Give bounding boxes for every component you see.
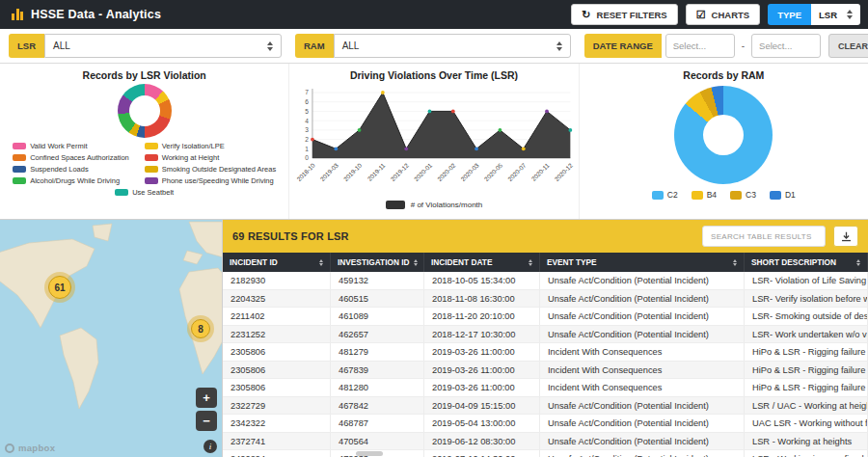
legend-label: Confined Spaces Authorization [30, 153, 129, 162]
ram-filter-group: RAM ALL [295, 34, 571, 58]
ram-filter-select[interactable]: ALL [334, 34, 571, 58]
legend-swatch [730, 191, 742, 200]
table-row[interactable]: 21829304591322018-10-05 15:34:00Unsafe A… [223, 272, 868, 290]
svg-text:1: 1 [306, 146, 310, 152]
charts-label: CHARTS [712, 10, 750, 20]
column-header[interactable]: INCIDENT DATE [424, 253, 540, 272]
horizontal-scrollbar[interactable] [356, 451, 383, 456]
table-row[interactable]: 23058064812792019-03-26 11:00:00Incident… [223, 343, 868, 362]
table-row[interactable]: 23058064678392019-03-26 11:00:00Incident… [223, 362, 868, 380]
table-cell: 481280 [331, 379, 424, 396]
table-cell: 2019-03-26 11:00:00 [424, 379, 540, 396]
svg-text:2018-10: 2018-10 [295, 161, 316, 182]
svg-text:2: 2 [306, 136, 310, 143]
table-row[interactable]: 23227294678422019-04-09 15:15:00Unsafe A… [223, 397, 868, 416]
column-header-label: EVENT TYPE [547, 257, 597, 267]
table-row[interactable]: 22043254605152018-11-08 16:30:00Unsafe A… [223, 290, 868, 309]
zoom-out-button[interactable]: − [196, 411, 217, 431]
reset-filters-button[interactable]: ↻ RESET FILTERS [571, 4, 677, 25]
table-row[interactable]: 23727414705642019-06-12 08:30:00Unsafe A… [223, 433, 868, 451]
legend-swatch [145, 166, 158, 173]
table-cell: HiPo & LSR - Rigging failure [745, 343, 868, 361]
column-header[interactable]: INCIDENT ID [223, 253, 331, 272]
type-select[interactable]: LSR [811, 4, 860, 25]
select-caret-icon [847, 10, 853, 19]
legend-swatch [13, 143, 26, 149]
area-chart-legend: # of Violations/month [289, 201, 578, 209]
svg-text:6: 6 [306, 98, 310, 105]
legend-label: Phone use/Speeding While Driving [162, 176, 274, 185]
column-header-label: INCIDENT DATE [431, 257, 492, 267]
column-header[interactable]: SHORT DESCRIPTION [745, 253, 868, 272]
svg-text:7: 7 [306, 89, 310, 95]
legend-item: C2 [652, 190, 678, 200]
legend-label: D1 [785, 190, 796, 200]
charts-button[interactable]: ☑ CHARTS [686, 4, 760, 25]
type-filter-group: TYPE LSR [768, 4, 860, 25]
column-header[interactable]: EVENT TYPE [540, 253, 745, 272]
map-marker[interactable]: 8 [191, 319, 210, 338]
sort-icon [319, 259, 323, 266]
svg-text:2020-03: 2020-03 [460, 161, 481, 182]
svg-text:2020-05: 2020-05 [483, 161, 504, 182]
select-caret-icon [556, 41, 562, 51]
legend-swatch [13, 154, 26, 161]
table-cell: HiPo & LSR - Rigging failure [745, 379, 868, 396]
table-row[interactable]: 22114024610892018-11-20 20:10:00Unsafe A… [223, 308, 868, 326]
svg-text:2020-02: 2020-02 [436, 161, 457, 182]
lsr-violation-legend: Valid Work PermitVerify Isolation/LPECon… [0, 142, 288, 197]
table-cell: 2400294 [223, 450, 331, 457]
table-cell: 470564 [331, 433, 424, 450]
legend-label: # of Violations/month [411, 201, 483, 209]
legend-label: Suspended Loads [30, 165, 88, 174]
table-cell: LSR / UAC - Working at heights [745, 397, 868, 415]
driving-violations-chart-panel: Driving Violations Over Time (LSR) 01234… [289, 64, 579, 219]
bar-chart-icon [12, 9, 23, 20]
table-cell: 2019-05-04 13:00:00 [424, 415, 540, 432]
ram-filter-value: ALL [342, 40, 360, 51]
donut-hole [703, 115, 744, 155]
table-cell: 2182930 [223, 272, 331, 289]
results-title: 69 RESULTS FOR LSR [232, 230, 349, 242]
table-cell: Unsafe Act/Condition (Potential Incident… [540, 433, 745, 450]
ram-donut[interactable] [674, 86, 773, 184]
svg-text:3: 3 [306, 126, 310, 133]
table-cell: Incident With Consequences [540, 362, 745, 379]
table-cell: HiPo & LSR - Rigging failure [745, 362, 868, 379]
legend-item: Confined Spaces Authorization [13, 153, 129, 162]
table-row[interactable]: 24002944720332019-07-10 14:30:00Unsafe A… [223, 450, 868, 457]
legend-swatch [145, 143, 158, 149]
table-row[interactable]: 23423224687872019-05-04 13:00:00Unsafe A… [223, 415, 868, 433]
date-to-input[interactable] [751, 34, 821, 58]
legend-item: Phone use/Speeding While Driving [145, 176, 276, 185]
table-cell: Unsafe Act/Condition (Potential Incident… [540, 272, 745, 289]
legend-swatch [652, 191, 664, 200]
table-cell: 2342322 [223, 415, 331, 432]
donut-hole [129, 95, 160, 126]
date-from-input[interactable] [665, 34, 735, 58]
table-cell: 462657 [331, 326, 424, 343]
table-cell: Incident With Consequences [540, 343, 745, 361]
map-info-button[interactable]: i [203, 440, 217, 453]
zoom-in-button[interactable]: + [196, 388, 217, 408]
table-row[interactable]: 23058064812802019-03-26 11:00:00Incident… [223, 379, 868, 397]
download-button[interactable] [833, 226, 858, 247]
lsr-filter-select[interactable]: ALL [44, 34, 282, 58]
svg-text:2019-12: 2019-12 [390, 161, 411, 182]
ram-legend: C2B4C3D1 [580, 190, 868, 200]
map[interactable]: 61 8 + − mapbox i [0, 220, 222, 457]
column-header[interactable]: INVESTIGATION ID [331, 253, 424, 272]
topbar-actions: ↻ RESET FILTERS ☑ CHARTS TYPE LSR [571, 4, 860, 25]
map-marker[interactable]: 61 [48, 276, 71, 299]
clear-dates-button[interactable]: CLEAR [828, 34, 868, 58]
table-cell: 2372741 [223, 433, 331, 450]
table-search-input[interactable] [702, 226, 826, 247]
table-cell: Unsafe Act/Condition (Potential Incident… [540, 415, 745, 432]
table-row[interactable]: 22312524626572018-12-17 10:30:00Unsafe A… [223, 326, 868, 344]
table-body: 21829304591322018-10-05 15:34:00Unsafe A… [223, 272, 868, 457]
column-header-label: SHORT DESCRIPTION [751, 257, 836, 267]
driving-violations-area-chart[interactable]: 012345672018-102019-032019-102019-112019… [289, 83, 578, 201]
lsr-violation-donut[interactable] [118, 84, 172, 138]
reset-filters-label: RESET FILTERS [597, 10, 667, 20]
filter-bar: LSR ALL RAM ALL DATE RANGE - CLEAR [0, 29, 868, 64]
